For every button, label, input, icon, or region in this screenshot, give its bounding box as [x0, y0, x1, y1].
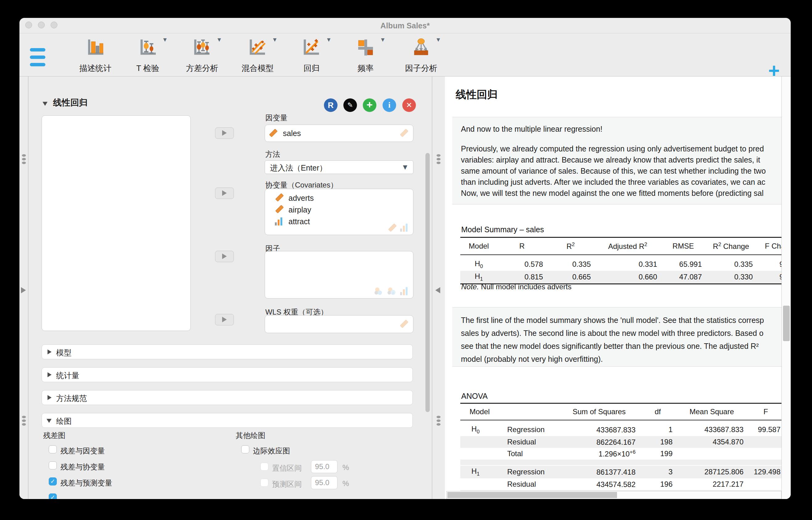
col-r2: R2 [547, 237, 594, 255]
left-splitter[interactable] [20, 77, 28, 499]
ribbon-button-mixed-models[interactable]: ▼ 混合模型 [234, 36, 281, 74]
ribbon: 描述统计 ▼ T 检验 ▼ 方差分析 ▼ 混合模型 ▼ 回归 ▼ [20, 33, 791, 77]
col-f: F [747, 404, 782, 420]
assign-dependent-button[interactable] [215, 127, 234, 139]
results-title[interactable]: 线性回归 [456, 87, 498, 102]
checkbox-marginal-effects[interactable] [241, 445, 249, 453]
r-syntax-button[interactable]: R [324, 98, 337, 112]
ribbon-button-anova[interactable]: ▼ 方差分析 [179, 36, 225, 74]
collapse-options-panel-icon[interactable] [435, 287, 440, 293]
checkbox-label[interactable]: 残差与因变量 [60, 446, 105, 456]
section-method-specification[interactable]: 方法规范 [42, 390, 413, 405]
other-plots-header: 其他绘图 [236, 431, 265, 440]
analysis-header[interactable]: 线性回归 R ✎ + i ✕ [28, 86, 432, 104]
ordinal-variable-icon [274, 217, 283, 226]
checkbox-residuals-predicted[interactable]: ✓ [49, 477, 57, 486]
chevron-down-icon: ▼ [435, 36, 441, 43]
drag-handle-icon[interactable] [434, 153, 442, 165]
checkbox-prediction-interval[interactable] [260, 479, 269, 487]
assign-factors-button[interactable] [215, 251, 234, 262]
assign-covariates-button[interactable] [215, 187, 234, 199]
checkbox-label[interactable]: 边际效应图 [253, 446, 290, 456]
section-statistics[interactable]: 统计量 [42, 367, 413, 382]
dependent-variable-field[interactable]: sales [265, 125, 413, 142]
ribbon-label: T 检验 [119, 63, 177, 74]
ribbon-button-factor[interactable]: ▼ 因子分析 [398, 36, 444, 74]
collapse-analysis-icon[interactable] [43, 102, 48, 106]
table-title: ANOVA [461, 392, 488, 401]
scale-variable-icon [269, 128, 278, 137]
results-horizontal-scrollbar[interactable] [447, 491, 782, 499]
covariate-item[interactable]: adverts [288, 194, 314, 203]
dependent-label: 因变量 [265, 113, 287, 123]
col-mean-square: Mean Square [676, 404, 747, 420]
covariates-list[interactable]: adverts airplay attract [265, 189, 413, 235]
hamburger-menu-button[interactable] [30, 48, 45, 66]
scale-type-watermark-icon [388, 223, 397, 232]
checkbox-label[interactable]: 残差与协变量 [60, 462, 105, 472]
panel-splitter[interactable] [432, 77, 445, 499]
ribbon-label: 回归 [282, 63, 341, 74]
assign-wls-button[interactable] [215, 314, 234, 326]
scrollbar-thumb[interactable] [447, 492, 617, 498]
ribbon-button-regression[interactable]: ▼ 回归 [288, 36, 335, 74]
residual-plots-header: 残差图 [43, 431, 66, 440]
table-header-row: Model R R2 Adjusted R2 RMSE R2 Change F … [460, 237, 782, 255]
covariate-item[interactable]: airplay [288, 205, 311, 214]
table-note: Note. Null model includes adverts [461, 283, 572, 291]
section-plots[interactable]: 绘图 [42, 413, 413, 428]
table-row: H1 0.815 0.665 0.660 47.087 0.330 96.447 [460, 271, 782, 284]
chevron-right-icon [48, 349, 52, 355]
col-model: Model [460, 404, 504, 420]
frequencies-icon [356, 37, 376, 57]
method-dropdown[interactable]: 进入法（Enter） ▼ [265, 160, 413, 174]
checkbox-residuals-covariates[interactable] [49, 461, 57, 469]
col-f-change: F Change [757, 237, 782, 255]
factors-list[interactable] [265, 251, 413, 298]
checkbox-confidence-interval[interactable] [260, 463, 269, 471]
ribbon-button-descriptives[interactable]: 描述统计 [72, 36, 119, 74]
edit-title-button[interactable]: ✎ [344, 98, 357, 112]
checkbox-label: 预测区间 [272, 479, 302, 489]
ribbon-label: 混合模型 [228, 63, 287, 74]
hamburger-bar [30, 63, 45, 66]
note-line: see that the new model does significantl… [461, 340, 778, 353]
options-scrollbar[interactable] [426, 153, 430, 412]
expand-data-panel-icon[interactable] [21, 287, 26, 293]
checkbox-residuals-dependent[interactable] [49, 445, 57, 453]
comment-block[interactable]: And now to the multiple linear regressio… [452, 117, 782, 205]
checkbox-label[interactable]: 残差与预测变量 [60, 478, 112, 488]
remove-analysis-button[interactable]: ✕ [402, 98, 416, 112]
window-title: Album Sales* [20, 18, 791, 33]
drag-handle-icon[interactable] [20, 415, 28, 427]
checkbox-label: 置信区间 [272, 463, 302, 473]
info-button[interactable]: i [383, 98, 396, 112]
covariate-item[interactable]: attract [288, 217, 310, 226]
scale-variable-icon [275, 193, 284, 202]
col-sum-of-squares: Sum of Squares [559, 404, 639, 420]
col-r2-change: R2 Change [706, 237, 757, 255]
prediction-interval-input[interactable] [311, 476, 337, 489]
drag-handle-icon[interactable] [20, 153, 28, 165]
section-model[interactable]: 模型 [42, 344, 413, 359]
note-line: Previously, we already computed the regr… [461, 143, 778, 154]
ribbon-button-frequencies[interactable]: ▼ 频率 [342, 36, 389, 74]
scrollbar-thumb[interactable] [783, 306, 790, 341]
note-line: same amount of variance of sales. Becaus… [461, 165, 778, 176]
available-variables-list[interactable] [42, 115, 191, 331]
drag-handle-icon[interactable] [434, 415, 442, 427]
section-label: 统计量 [56, 370, 79, 381]
anova-table: Model Sum of Squares df Mean Square F H0… [460, 403, 782, 499]
chevron-down-icon: ▼ [216, 36, 222, 43]
chevron-down-icon: ▼ [401, 163, 409, 172]
results-vertical-scrollbar[interactable] [782, 77, 791, 499]
duplicate-analysis-button[interactable]: + [363, 98, 376, 112]
wls-weights-field[interactable] [265, 315, 413, 333]
table-title: Model Summary – sales [461, 225, 544, 234]
analysis-title: 线性回归 [53, 97, 87, 109]
confidence-interval-input[interactable] [311, 460, 337, 473]
comment-block[interactable]: The first line of the model summary show… [452, 307, 782, 367]
ribbon-button-ttests[interactable]: ▼ T 检验 [125, 36, 171, 74]
dependent-variable[interactable]: sales [283, 129, 301, 138]
checkbox-partially-visible[interactable]: ✓ [49, 493, 57, 499]
